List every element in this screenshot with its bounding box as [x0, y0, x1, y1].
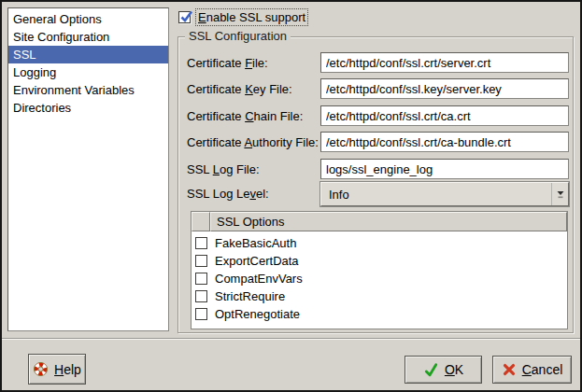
certificate-file-entry[interactable]: [320, 52, 569, 73]
check-icon: [423, 362, 439, 378]
sidebar-item-general-options[interactable]: General Options: [8, 10, 168, 28]
certificate-file-label: Certificate File:: [187, 56, 268, 73]
certificate-authority-file-entry[interactable]: [320, 132, 569, 152]
checkbox-icon[interactable]: [195, 273, 207, 285]
certificate-file-input[interactable]: [321, 53, 568, 72]
certificate-chain-file-label: Certificate Chain File:: [187, 109, 303, 126]
certificate-key-file-input[interactable]: [321, 79, 568, 98]
checkbox-icon[interactable]: [195, 255, 207, 267]
life-buoy-icon: [33, 361, 49, 377]
sidebar-item-logging[interactable]: Logging: [8, 63, 168, 81]
chevron-down-icon: [551, 183, 568, 205]
ssl-configuration-frame: SSL Configuration Certificate File: Cert…: [177, 36, 574, 333]
certificate-authority-file-input[interactable]: [321, 133, 568, 151]
close-x-icon: [502, 362, 517, 377]
cancel-button-label: Cancel: [522, 362, 563, 377]
ssl-configuration-dialog: General Options Site Configuration SSL L…: [0, 0, 582, 392]
help-button[interactable]: Help: [28, 354, 86, 385]
ssl-options-column-header[interactable]: SSL Options: [210, 212, 567, 231]
table-row-optrenegotiate[interactable]: OptRenegotiate: [192, 305, 567, 323]
cancel-button[interactable]: Cancel: [492, 356, 572, 384]
sidebar-item-site-configuration[interactable]: Site Configuration: [8, 28, 168, 46]
checkbox-column-header[interactable]: [192, 212, 210, 231]
ssl-log-file-entry[interactable]: [320, 159, 569, 179]
table-row-compatenvvars[interactable]: CompatEnvVars: [192, 270, 567, 287]
ok-button[interactable]: OK: [405, 356, 482, 384]
table-row-strictrequire[interactable]: StrictRequire: [192, 287, 567, 305]
table-row-fakebasicauth[interactable]: FakeBasicAuth: [192, 234, 567, 252]
table-row-exportcertdata[interactable]: ExportCertData: [192, 252, 567, 270]
certificate-key-file-label: Certificate Key File:: [187, 82, 292, 99]
ssl-log-level-dropdown[interactable]: Info: [320, 182, 569, 206]
ssl-log-file-label: SSL Log File:: [187, 162, 260, 179]
enable-ssl-label: Enable SSL support: [195, 8, 308, 26]
enable-ssl-checkbox[interactable]: Enable SSL support: [178, 8, 308, 26]
certificate-key-file-entry[interactable]: [320, 78, 569, 99]
ssl-options-table: SSL Options FakeBasicAuth ExportCertData…: [191, 211, 568, 329]
divider: [2, 338, 580, 340]
table-body: FakeBasicAuth ExportCertData CompatEnvVa…: [192, 231, 567, 329]
checkbox-icon[interactable]: [195, 308, 207, 320]
checkbox-icon[interactable]: [195, 290, 207, 302]
certificate-chain-file-input[interactable]: [321, 106, 568, 125]
ssl-log-level-label: SSL Log Level:: [187, 187, 269, 203]
certificate-chain-file-entry[interactable]: [320, 105, 569, 126]
checkbox-icon[interactable]: [178, 11, 191, 23]
frame-title: SSL Configuration: [185, 29, 291, 43]
sidebar-item-ssl[interactable]: SSL: [8, 46, 168, 63]
ok-button-label: OK: [445, 362, 463, 377]
checkbox-icon[interactable]: [195, 237, 207, 249]
category-list: General Options Site Configuration SSL L…: [7, 7, 169, 331]
dropdown-selected-value: Info: [321, 188, 551, 202]
table-header-row: SSL Options: [192, 212, 567, 231]
help-button-label: Help: [54, 362, 81, 377]
sidebar-item-directories[interactable]: Directories: [8, 99, 168, 117]
certificate-authority-file-label: Certificate Authority File:: [187, 135, 319, 152]
ssl-log-file-input[interactable]: [321, 160, 568, 178]
sidebar-item-environment-variables[interactable]: Environment Variables: [8, 81, 168, 99]
